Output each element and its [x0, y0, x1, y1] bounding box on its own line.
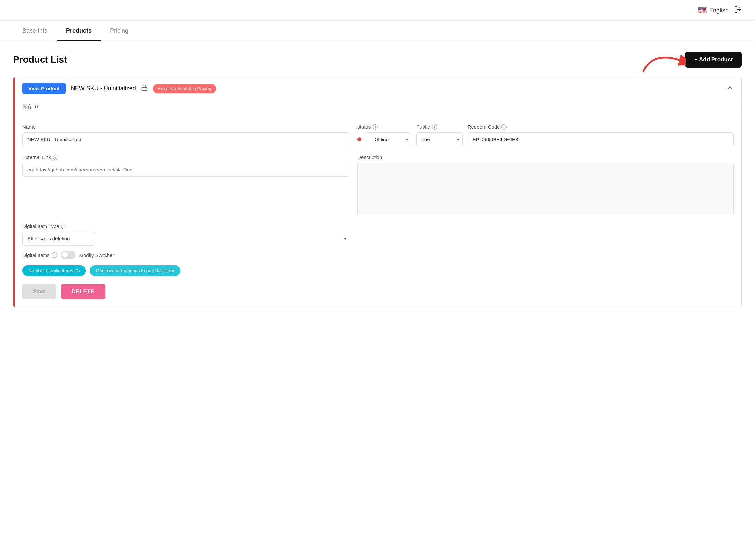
flag-icon: 🇺🇸: [698, 6, 707, 15]
modify-switcher-label: Modify Switcher: [79, 252, 115, 258]
description-label: Description: [358, 154, 734, 160]
valid-items-tag[interactable]: Number of valid items (0): [22, 265, 86, 276]
tab-base-info[interactable]: Base Info: [13, 21, 57, 41]
digital-type-select-wrapper: After-sales deletion Permanent Time-limi…: [22, 232, 349, 246]
product-card-header: View Product NEW SKU - Uninitialized Err…: [15, 77, 741, 100]
add-product-button[interactable]: + Add Product: [685, 52, 742, 67]
external-link-group: External Link i: [22, 154, 349, 215]
status-select-wrapper: Offline Online ▾: [358, 132, 411, 146]
redeem-code-info-icon[interactable]: i: [502, 124, 507, 129]
name-group: Name: [22, 124, 349, 146]
digital-items-toggle-row: Digital Items i Modify Switcher: [22, 251, 734, 259]
form-row-2: External Link i Description: [22, 154, 734, 215]
action-row: Save DELETE: [22, 284, 734, 299]
lock-icon[interactable]: [141, 84, 148, 93]
status-dot: [358, 137, 361, 141]
digital-type-label: Digital Item Type i: [22, 223, 349, 229]
public-info-icon[interactable]: i: [432, 124, 437, 129]
product-form: Name status i O: [15, 116, 741, 307]
status-info-icon[interactable]: i: [372, 124, 378, 129]
one-row-tag[interactable]: One row corresponds to one data item: [90, 265, 180, 276]
name-label: Name: [22, 124, 349, 129]
digital-type-group: Digital Item Type i After-sales deletion…: [22, 223, 349, 246]
digital-type-select[interactable]: After-sales deletion Permanent Time-limi…: [22, 232, 95, 246]
public-label: Public i: [416, 124, 463, 129]
tab-bar: Base Info Products Pricing: [0, 21, 755, 41]
toggle-thumb: [62, 252, 68, 258]
inventory-text: 库存: 0: [15, 100, 741, 116]
description-group: Description: [358, 154, 734, 215]
arrow-annotation: [639, 48, 686, 79]
sku-name: NEW SKU - Uninitialized: [71, 85, 136, 92]
error-badge: Error: No Available Pricing: [153, 84, 216, 93]
tags-row: Number of valid items (0) One row corres…: [22, 265, 734, 276]
form-row-3: Digital Item Type i After-sales deletion…: [22, 223, 734, 246]
public-group: Public i true false ▾: [416, 124, 463, 146]
form-row-1: Name status i O: [22, 124, 734, 146]
external-link-info-icon[interactable]: i: [53, 155, 58, 160]
digital-type-info-icon[interactable]: i: [61, 224, 66, 229]
digital-items-label: Digital Items i: [22, 252, 57, 258]
header: 🇺🇸 English: [0, 0, 755, 21]
delete-button[interactable]: DELETE: [61, 284, 105, 299]
redeem-code-group: Redeem Code i: [468, 124, 734, 146]
main-content: Product List + Add Product View Product …: [0, 41, 755, 318]
language-label: English: [709, 7, 729, 14]
redeem-code-input[interactable]: [468, 132, 734, 146]
logout-icon[interactable]: [734, 5, 742, 15]
page-title: Product List: [13, 55, 67, 65]
status-public-redeem-group: status i Offline Online ▾: [358, 124, 734, 146]
public-select-wrapper: true false ▾: [416, 132, 463, 146]
external-link-input[interactable]: [22, 163, 349, 177]
redeem-code-label: Redeem Code i: [468, 124, 734, 129]
svg-rect-2: [142, 87, 147, 91]
collapse-button[interactable]: [726, 84, 734, 93]
status-select[interactable]: Offline Online: [365, 132, 411, 146]
digital-items-toggle[interactable]: [61, 251, 76, 259]
description-textarea[interactable]: [358, 163, 734, 215]
view-product-button[interactable]: View Product: [22, 83, 66, 94]
public-select[interactable]: true false: [416, 132, 463, 146]
language-selector[interactable]: 🇺🇸 English: [698, 6, 729, 15]
save-button[interactable]: Save: [22, 284, 56, 299]
product-card: View Product NEW SKU - Uninitialized Err…: [13, 77, 742, 307]
name-input[interactable]: [22, 132, 349, 146]
external-link-label: External Link i: [22, 154, 349, 160]
tab-products[interactable]: Products: [57, 21, 101, 41]
status-group: status i Offline Online ▾: [358, 124, 411, 146]
digital-items-info-icon[interactable]: i: [52, 252, 57, 258]
tab-pricing[interactable]: Pricing: [101, 21, 138, 41]
product-list-header: Product List + Add Product: [13, 52, 742, 67]
status-label: status i: [358, 124, 411, 129]
digital-type-chevron-icon: ▾: [344, 236, 346, 241]
